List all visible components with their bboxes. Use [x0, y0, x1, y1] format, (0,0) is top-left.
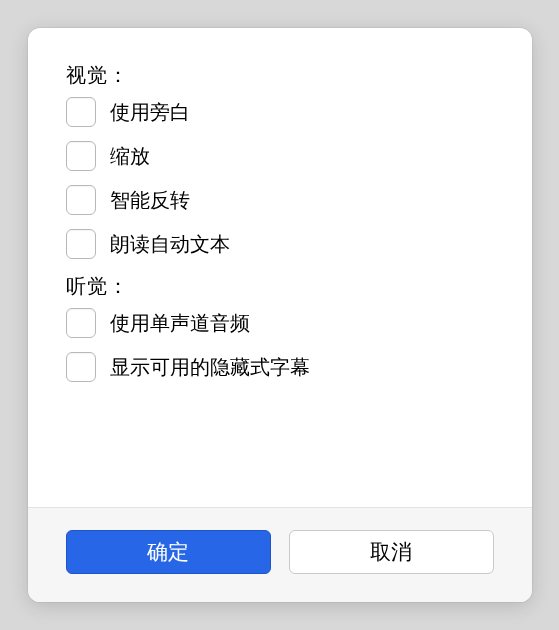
accessibility-dialog: 视觉： 使用旁白 缩放 智能反转 朗读自动文本 听觉： 使用单声道音频 显示可用…: [28, 28, 532, 602]
checkbox-zoom[interactable]: [66, 141, 96, 171]
checkbox-mono-audio[interactable]: [66, 308, 96, 338]
option-label: 显示可用的隐藏式字幕: [110, 354, 310, 381]
hearing-section-label: 听觉：: [66, 273, 494, 300]
dialog-footer: 确定 取消: [28, 507, 532, 602]
option-mono-audio: 使用单声道音频: [66, 308, 494, 338]
option-smart-invert: 智能反转: [66, 185, 494, 215]
option-voiceover: 使用旁白: [66, 97, 494, 127]
option-label: 使用单声道音频: [110, 310, 250, 337]
ok-button[interactable]: 确定: [66, 530, 271, 574]
checkbox-voiceover[interactable]: [66, 97, 96, 127]
option-label: 朗读自动文本: [110, 231, 230, 258]
checkbox-smart-invert[interactable]: [66, 185, 96, 215]
cancel-button[interactable]: 取消: [289, 530, 494, 574]
option-label: 缩放: [110, 143, 150, 170]
option-label: 使用旁白: [110, 99, 190, 126]
option-label: 智能反转: [110, 187, 190, 214]
checkbox-closed-captions[interactable]: [66, 352, 96, 382]
dialog-content: 视觉： 使用旁白 缩放 智能反转 朗读自动文本 听觉： 使用单声道音频 显示可用…: [28, 28, 532, 507]
checkbox-speak-auto-text[interactable]: [66, 229, 96, 259]
option-zoom: 缩放: [66, 141, 494, 171]
visual-section-label: 视觉：: [66, 62, 494, 89]
option-speak-auto-text: 朗读自动文本: [66, 229, 494, 259]
option-closed-captions: 显示可用的隐藏式字幕: [66, 352, 494, 382]
